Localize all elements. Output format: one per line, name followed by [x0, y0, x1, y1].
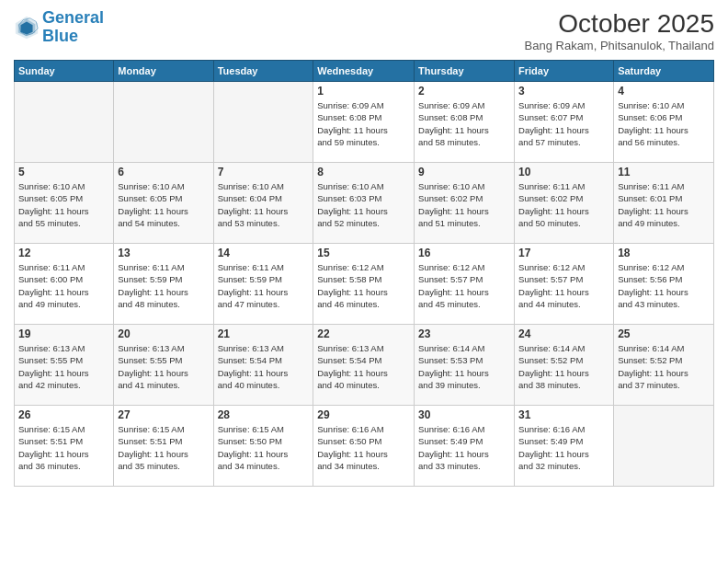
calendar-cell: 10Sunrise: 6:11 AM Sunset: 6:02 PM Dayli… — [515, 163, 614, 244]
calendar-table: SundayMondayTuesdayWednesdayThursdayFrid… — [14, 60, 714, 487]
day-number: 15 — [317, 247, 410, 259]
calendar-cell: 24Sunrise: 6:14 AM Sunset: 5:52 PM Dayli… — [515, 325, 614, 406]
logo-line1: General — [42, 8, 104, 27]
day-number: 26 — [18, 408, 109, 421]
calendar-cell: 3Sunrise: 6:09 AM Sunset: 6:07 PM Daylig… — [515, 82, 614, 163]
calendar-week-1: 1Sunrise: 6:09 AM Sunset: 6:08 PM Daylig… — [15, 82, 714, 163]
day-info: Sunrise: 6:14 AM Sunset: 5:52 PM Dayligh… — [618, 342, 710, 391]
logo: General Blue — [14, 9, 104, 46]
day-info: Sunrise: 6:12 AM Sunset: 5:57 PM Dayligh… — [518, 261, 609, 310]
calendar-cell: 15Sunrise: 6:12 AM Sunset: 5:58 PM Dayli… — [313, 244, 415, 325]
day-number: 17 — [518, 247, 609, 259]
day-info: Sunrise: 6:14 AM Sunset: 5:53 PM Dayligh… — [418, 342, 510, 391]
weekday-header-sunday: Sunday — [15, 61, 114, 82]
header: General Blue October 2025 Bang Rakam, Ph… — [14, 9, 714, 52]
calendar-cell — [15, 82, 114, 163]
day-info: Sunrise: 6:13 AM Sunset: 5:54 PM Dayligh… — [317, 342, 410, 391]
day-number: 3 — [518, 85, 609, 98]
weekday-header-tuesday: Tuesday — [213, 61, 313, 82]
day-info: Sunrise: 6:10 AM Sunset: 6:05 PM Dayligh… — [118, 180, 209, 229]
title-block: October 2025 Bang Rakam, Phitsanulok, Th… — [525, 9, 714, 52]
calendar-cell — [114, 82, 213, 163]
day-number: 12 — [18, 247, 109, 259]
day-info: Sunrise: 6:14 AM Sunset: 5:52 PM Dayligh… — [518, 342, 609, 391]
day-info: Sunrise: 6:13 AM Sunset: 5:54 PM Dayligh… — [218, 342, 310, 391]
day-info: Sunrise: 6:15 AM Sunset: 5:51 PM Dayligh… — [18, 423, 109, 472]
day-number: 14 — [218, 247, 310, 259]
day-info: Sunrise: 6:11 AM Sunset: 5:59 PM Dayligh… — [118, 261, 209, 310]
calendar-cell: 6Sunrise: 6:10 AM Sunset: 6:05 PM Daylig… — [114, 163, 213, 244]
calendar-cell — [213, 82, 313, 163]
calendar-cell: 28Sunrise: 6:15 AM Sunset: 5:50 PM Dayli… — [213, 406, 313, 487]
day-info: Sunrise: 6:15 AM Sunset: 5:50 PM Dayligh… — [218, 423, 310, 472]
day-number: 9 — [418, 166, 510, 178]
calendar-cell: 8Sunrise: 6:10 AM Sunset: 6:03 PM Daylig… — [313, 163, 415, 244]
day-info: Sunrise: 6:13 AM Sunset: 5:55 PM Dayligh… — [118, 342, 209, 391]
day-info: Sunrise: 6:11 AM Sunset: 6:01 PM Dayligh… — [618, 180, 710, 229]
subtitle: Bang Rakam, Phitsanulok, Thailand — [525, 39, 714, 52]
calendar-cell: 2Sunrise: 6:09 AM Sunset: 6:08 PM Daylig… — [415, 82, 515, 163]
weekday-header-wednesday: Wednesday — [313, 61, 415, 82]
calendar-cell: 26Sunrise: 6:15 AM Sunset: 5:51 PM Dayli… — [15, 406, 114, 487]
calendar-cell: 9Sunrise: 6:10 AM Sunset: 6:02 PM Daylig… — [415, 163, 515, 244]
calendar-cell: 13Sunrise: 6:11 AM Sunset: 5:59 PM Dayli… — [114, 244, 213, 325]
day-number: 27 — [118, 408, 209, 421]
day-number: 13 — [118, 247, 209, 259]
day-info: Sunrise: 6:10 AM Sunset: 6:05 PM Dayligh… — [18, 180, 109, 229]
weekday-header-monday: Monday — [114, 61, 213, 82]
day-number: 30 — [418, 408, 510, 421]
day-number: 18 — [618, 247, 710, 259]
day-info: Sunrise: 6:12 AM Sunset: 5:58 PM Dayligh… — [317, 261, 410, 310]
calendar-cell: 11Sunrise: 6:11 AM Sunset: 6:01 PM Dayli… — [614, 163, 714, 244]
calendar-cell: 18Sunrise: 6:12 AM Sunset: 5:56 PM Dayli… — [614, 244, 714, 325]
day-number: 10 — [518, 166, 609, 178]
day-number: 20 — [118, 327, 209, 340]
day-info: Sunrise: 6:12 AM Sunset: 5:56 PM Dayligh… — [618, 261, 710, 310]
day-number: 29 — [317, 408, 410, 421]
logo-text: General Blue — [42, 9, 104, 46]
day-number: 25 — [618, 327, 710, 340]
calendar-header-row: SundayMondayTuesdayWednesdayThursdayFrid… — [15, 61, 714, 82]
day-info: Sunrise: 6:11 AM Sunset: 5:59 PM Dayligh… — [218, 261, 310, 310]
day-number: 2 — [418, 85, 510, 98]
calendar-cell — [614, 406, 714, 487]
weekday-header-saturday: Saturday — [614, 61, 714, 82]
day-info: Sunrise: 6:11 AM Sunset: 6:00 PM Dayligh… — [18, 261, 109, 310]
day-number: 19 — [18, 327, 109, 340]
calendar-cell: 5Sunrise: 6:10 AM Sunset: 6:05 PM Daylig… — [15, 163, 114, 244]
day-number: 28 — [218, 408, 310, 421]
calendar-cell: 4Sunrise: 6:10 AM Sunset: 6:06 PM Daylig… — [614, 82, 714, 163]
logo-line2: Blue — [42, 27, 78, 45]
day-number: 11 — [618, 166, 710, 178]
page: General Blue October 2025 Bang Rakam, Ph… — [0, 0, 728, 563]
day-info: Sunrise: 6:12 AM Sunset: 5:57 PM Dayligh… — [418, 261, 510, 310]
calendar-cell: 20Sunrise: 6:13 AM Sunset: 5:55 PM Dayli… — [114, 325, 213, 406]
day-number: 21 — [218, 327, 310, 340]
calendar-cell: 1Sunrise: 6:09 AM Sunset: 6:08 PM Daylig… — [313, 82, 415, 163]
day-number: 6 — [118, 166, 209, 178]
day-info: Sunrise: 6:16 AM Sunset: 6:50 PM Dayligh… — [317, 423, 410, 472]
day-number: 7 — [218, 166, 310, 178]
day-info: Sunrise: 6:10 AM Sunset: 6:02 PM Dayligh… — [418, 180, 510, 229]
day-info: Sunrise: 6:10 AM Sunset: 6:04 PM Dayligh… — [218, 180, 310, 229]
day-number: 4 — [618, 85, 710, 98]
weekday-header-friday: Friday — [515, 61, 614, 82]
calendar-cell: 21Sunrise: 6:13 AM Sunset: 5:54 PM Dayli… — [213, 325, 313, 406]
day-info: Sunrise: 6:10 AM Sunset: 6:06 PM Dayligh… — [618, 99, 710, 148]
day-info: Sunrise: 6:16 AM Sunset: 5:49 PM Dayligh… — [418, 423, 510, 472]
calendar-week-5: 26Sunrise: 6:15 AM Sunset: 5:51 PM Dayli… — [15, 406, 714, 487]
weekday-header-thursday: Thursday — [415, 61, 515, 82]
day-number: 1 — [317, 85, 410, 98]
calendar-cell: 25Sunrise: 6:14 AM Sunset: 5:52 PM Dayli… — [614, 325, 714, 406]
day-info: Sunrise: 6:09 AM Sunset: 6:07 PM Dayligh… — [518, 99, 609, 148]
calendar-cell: 16Sunrise: 6:12 AM Sunset: 5:57 PM Dayli… — [415, 244, 515, 325]
calendar-cell: 17Sunrise: 6:12 AM Sunset: 5:57 PM Dayli… — [515, 244, 614, 325]
day-number: 8 — [317, 166, 410, 178]
calendar-cell: 22Sunrise: 6:13 AM Sunset: 5:54 PM Dayli… — [313, 325, 415, 406]
day-info: Sunrise: 6:09 AM Sunset: 6:08 PM Dayligh… — [317, 99, 410, 148]
calendar-week-2: 5Sunrise: 6:10 AM Sunset: 6:05 PM Daylig… — [15, 163, 714, 244]
day-info: Sunrise: 6:11 AM Sunset: 6:02 PM Dayligh… — [518, 180, 609, 229]
day-number: 24 — [518, 327, 609, 340]
calendar-cell: 19Sunrise: 6:13 AM Sunset: 5:55 PM Dayli… — [15, 325, 114, 406]
day-info: Sunrise: 6:10 AM Sunset: 6:03 PM Dayligh… — [317, 180, 410, 229]
